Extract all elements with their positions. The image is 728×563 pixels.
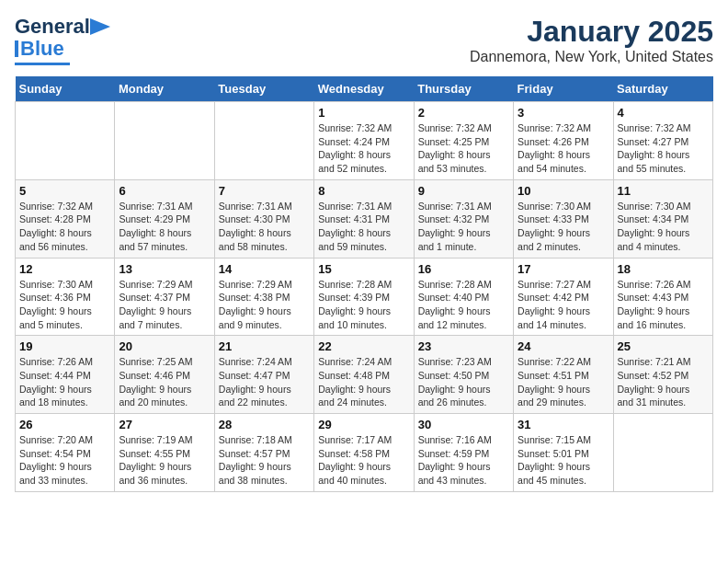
calendar-cell: 20Sunrise: 7:25 AM Sunset: 4:46 PM Dayli… [115,336,214,414]
calendar-week-row: 5Sunrise: 7:32 AM Sunset: 4:28 PM Daylig… [16,179,713,258]
day-number: 1 [318,106,409,120]
day-info: Sunrise: 7:30 AM Sunset: 4:33 PM Dayligh… [518,200,609,254]
day-number: 18 [618,262,709,276]
calendar-cell [115,102,214,180]
day-number: 23 [418,339,509,353]
day-number: 27 [119,418,210,431]
calendar-cell: 6Sunrise: 7:31 AM Sunset: 4:29 PM Daylig… [115,179,214,258]
day-info: Sunrise: 7:18 AM Sunset: 4:57 PM Dayligh… [219,433,310,488]
calendar-cell: 15Sunrise: 7:28 AM Sunset: 4:39 PM Dayli… [314,258,414,336]
day-info: Sunrise: 7:23 AM Sunset: 4:50 PM Dayligh… [418,355,509,409]
day-number: 2 [418,106,509,120]
col-sunday: Sunday [16,76,115,102]
day-number: 17 [518,262,609,276]
col-tuesday: Tuesday [214,76,313,102]
day-number: 19 [19,339,110,353]
col-wednesday: Wednesday [314,76,414,102]
day-number: 10 [518,184,609,198]
calendar-cell: 10Sunrise: 7:30 AM Sunset: 4:33 PM Dayli… [514,179,613,258]
day-number: 9 [418,184,509,198]
day-info: Sunrise: 7:31 AM Sunset: 4:32 PM Dayligh… [418,200,509,254]
calendar-cell: 9Sunrise: 7:31 AM Sunset: 4:32 PM Daylig… [414,179,513,258]
calendar-week-row: 26Sunrise: 7:20 AM Sunset: 4:54 PM Dayli… [16,414,713,492]
day-number: 13 [119,262,210,276]
day-number: 21 [219,339,310,353]
calendar-cell: 12Sunrise: 7:30 AM Sunset: 4:36 PM Dayli… [16,258,115,336]
page-header: General Blue January 2025 Dannemora, New… [15,15,713,65]
calendar-cell: 29Sunrise: 7:17 AM Sunset: 4:58 PM Dayli… [314,414,414,492]
day-number: 4 [618,106,709,120]
day-number: 28 [219,418,310,431]
day-number: 14 [219,262,310,276]
day-number: 7 [219,184,310,198]
calendar-cell: 8Sunrise: 7:31 AM Sunset: 4:31 PM Daylig… [314,179,414,258]
calendar-cell: 1Sunrise: 7:32 AM Sunset: 4:24 PM Daylig… [314,102,414,180]
day-info: Sunrise: 7:31 AM Sunset: 4:30 PM Dayligh… [219,200,310,254]
calendar-cell: 5Sunrise: 7:32 AM Sunset: 4:28 PM Daylig… [16,179,115,258]
calendar-table: Sunday Monday Tuesday Wednesday Thursday… [15,76,713,492]
svg-marker-0 [90,18,110,35]
day-number: 20 [119,339,210,353]
day-number: 11 [618,184,709,198]
calendar-cell: 18Sunrise: 7:26 AM Sunset: 4:43 PM Dayli… [613,258,712,336]
day-number: 29 [318,418,409,431]
calendar-cell [16,102,115,180]
day-info: Sunrise: 7:32 AM Sunset: 4:28 PM Dayligh… [19,200,110,254]
col-monday: Monday [115,76,214,102]
day-number: 6 [119,184,210,198]
calendar-cell: 19Sunrise: 7:26 AM Sunset: 4:44 PM Dayli… [16,336,115,414]
calendar-cell: 7Sunrise: 7:31 AM Sunset: 4:30 PM Daylig… [214,179,313,258]
calendar-cell: 27Sunrise: 7:19 AM Sunset: 4:55 PM Dayli… [115,414,214,492]
logo-blue: Blue [20,37,64,61]
day-info: Sunrise: 7:16 AM Sunset: 4:59 PM Dayligh… [418,433,509,488]
day-info: Sunrise: 7:24 AM Sunset: 4:48 PM Dayligh… [318,355,409,409]
day-number: 30 [418,418,509,431]
calendar-cell: 3Sunrise: 7:32 AM Sunset: 4:26 PM Daylig… [514,102,613,180]
day-info: Sunrise: 7:32 AM Sunset: 4:24 PM Dayligh… [318,121,409,176]
day-info: Sunrise: 7:26 AM Sunset: 4:43 PM Dayligh… [618,278,709,332]
calendar-cell [214,102,313,180]
calendar-week-row: 1Sunrise: 7:32 AM Sunset: 4:24 PM Daylig… [16,102,713,180]
day-info: Sunrise: 7:31 AM Sunset: 4:31 PM Dayligh… [318,200,409,254]
col-friday: Friday [514,76,613,102]
day-info: Sunrise: 7:29 AM Sunset: 4:37 PM Dayligh… [119,278,210,332]
calendar-cell: 28Sunrise: 7:18 AM Sunset: 4:57 PM Dayli… [214,414,313,492]
col-thursday: Thursday [414,76,513,102]
calendar-cell: 22Sunrise: 7:24 AM Sunset: 4:48 PM Dayli… [314,336,414,414]
day-info: Sunrise: 7:30 AM Sunset: 4:34 PM Dayligh… [618,200,709,254]
day-number: 5 [19,184,110,198]
day-number: 31 [518,418,609,431]
calendar-subtitle: Dannemora, New York, United States [470,49,713,65]
day-number: 16 [418,262,509,276]
calendar-cell: 31Sunrise: 7:15 AM Sunset: 5:01 PM Dayli… [514,414,613,492]
calendar-week-row: 12Sunrise: 7:30 AM Sunset: 4:36 PM Dayli… [16,258,713,336]
calendar-title: January 2025 [470,15,713,49]
logo-arrow-icon [90,18,110,35]
day-info: Sunrise: 7:31 AM Sunset: 4:29 PM Dayligh… [119,200,210,254]
calendar-cell: 13Sunrise: 7:29 AM Sunset: 4:37 PM Dayli… [115,258,214,336]
day-number: 15 [318,262,409,276]
calendar-cell: 14Sunrise: 7:29 AM Sunset: 4:38 PM Dayli… [214,258,313,336]
calendar-cell: 11Sunrise: 7:30 AM Sunset: 4:34 PM Dayli… [613,179,712,258]
day-info: Sunrise: 7:28 AM Sunset: 4:39 PM Dayligh… [318,278,409,332]
day-info: Sunrise: 7:30 AM Sunset: 4:36 PM Dayligh… [19,278,110,332]
day-info: Sunrise: 7:32 AM Sunset: 4:26 PM Dayligh… [518,121,609,176]
col-saturday: Saturday [613,76,712,102]
day-info: Sunrise: 7:27 AM Sunset: 4:42 PM Dayligh… [518,278,609,332]
day-number: 8 [318,184,409,198]
day-info: Sunrise: 7:19 AM Sunset: 4:55 PM Dayligh… [119,433,210,488]
calendar-cell: 30Sunrise: 7:16 AM Sunset: 4:59 PM Dayli… [414,414,513,492]
day-info: Sunrise: 7:29 AM Sunset: 4:38 PM Dayligh… [219,278,310,332]
day-info: Sunrise: 7:28 AM Sunset: 4:40 PM Dayligh… [418,278,509,332]
logo-general: General [15,15,90,39]
day-info: Sunrise: 7:20 AM Sunset: 4:54 PM Dayligh… [19,433,110,488]
calendar-cell: 26Sunrise: 7:20 AM Sunset: 4:54 PM Dayli… [16,414,115,492]
calendar-cell: 2Sunrise: 7:32 AM Sunset: 4:25 PM Daylig… [414,102,513,180]
logo-underline [15,63,70,65]
day-info: Sunrise: 7:25 AM Sunset: 4:46 PM Dayligh… [119,355,210,409]
calendar-week-row: 19Sunrise: 7:26 AM Sunset: 4:44 PM Dayli… [16,336,713,414]
calendar-cell: 16Sunrise: 7:28 AM Sunset: 4:40 PM Dayli… [414,258,513,336]
day-info: Sunrise: 7:21 AM Sunset: 4:52 PM Dayligh… [618,355,709,409]
day-number: 25 [618,339,709,353]
calendar-cell: 25Sunrise: 7:21 AM Sunset: 4:52 PM Dayli… [613,336,712,414]
